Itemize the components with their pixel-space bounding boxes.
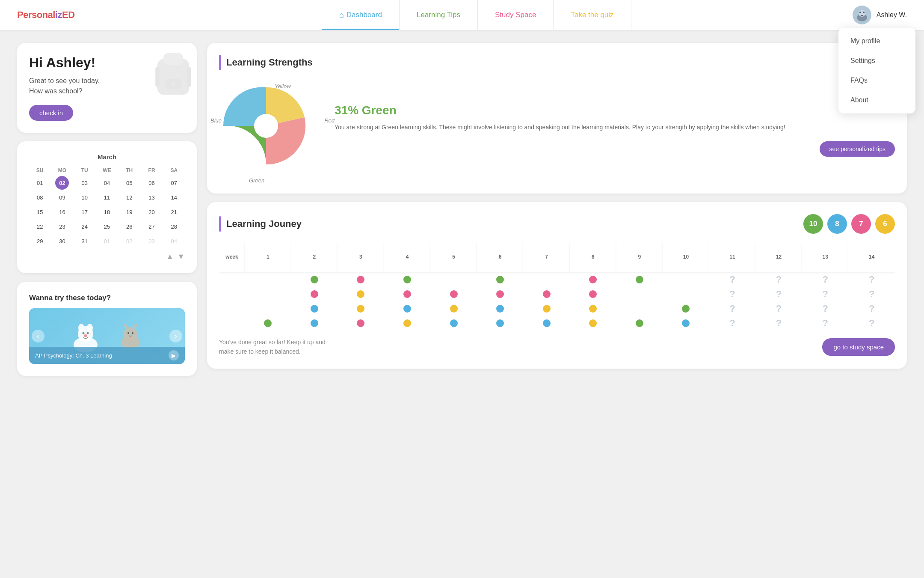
avatar: [853, 6, 871, 24]
cal-day-28[interactable]: 28: [167, 220, 181, 233]
dropdown-settings[interactable]: Settings: [838, 51, 915, 71]
svg-point-17: [84, 334, 87, 337]
cal-day-21[interactable]: 21: [167, 205, 181, 219]
r3w9: [616, 301, 663, 316]
learning-strengths-card: Learning Strengths: [207, 43, 907, 194]
cal-day-18[interactable]: 18: [100, 205, 114, 219]
r4w11: ?: [709, 316, 756, 331]
r1w9: [616, 272, 663, 287]
cal-day-23[interactable]: 23: [55, 220, 69, 233]
cal-day-26[interactable]: 26: [122, 220, 136, 233]
try-prev-button[interactable]: ‹: [32, 330, 44, 343]
nav-learning-tips[interactable]: Learning Tips: [400, 0, 478, 30]
cal-day-01[interactable]: 01: [33, 176, 47, 190]
dropdown-my-profile[interactable]: My profile: [838, 31, 915, 51]
see-tips-button[interactable]: see personalized tips: [820, 141, 895, 157]
r4w9: [616, 316, 663, 331]
dropdown-about[interactable]: About: [838, 90, 915, 110]
cal-day-16[interactable]: 16: [55, 205, 69, 219]
journey-grid-container: week 1 2 3 4 5 6 7 8 9 10 11 12 13 14: [219, 242, 895, 331]
cal-day-12[interactable]: 12: [122, 191, 136, 204]
nav-take-quiz[interactable]: Take the quiz: [554, 0, 631, 30]
cal-day-08[interactable]: 08: [33, 191, 47, 204]
cal-label-th: TH: [118, 166, 140, 175]
main-nav: ⌂ Dashboard Learning Tips Study Space Ta…: [101, 0, 853, 30]
user-menu-trigger[interactable]: Ashley W.: [853, 6, 907, 24]
cal-day-31[interactable]: 31: [78, 234, 92, 248]
r1w10: [663, 272, 709, 287]
cal-day-07[interactable]: 07: [167, 176, 181, 190]
r1w4: [384, 272, 431, 287]
nav-study-space[interactable]: Study Space: [478, 0, 554, 30]
cal-day-09[interactable]: 09: [55, 191, 69, 204]
cal-day-next-02[interactable]: 02: [122, 234, 136, 248]
r1w7: [523, 272, 570, 287]
r2w5: [430, 287, 477, 301]
week-11-label: 11: [709, 242, 756, 272]
r4w12: ?: [755, 316, 802, 331]
cal-day-11[interactable]: 11: [100, 191, 114, 204]
cal-day-05[interactable]: 05: [122, 176, 136, 190]
week-12-label: 12: [755, 242, 802, 272]
r2w11: ?: [709, 287, 756, 301]
week-5-label: 5: [430, 242, 477, 272]
r2w6: [477, 287, 524, 301]
r3w12: ?: [755, 301, 802, 316]
calendar-down-button[interactable]: ▼: [177, 252, 185, 261]
calendar-up-button[interactable]: ▲: [166, 252, 174, 261]
svg-rect-6: [163, 53, 183, 65]
cal-day-06[interactable]: 06: [145, 176, 159, 190]
week-1-label: 1: [245, 242, 291, 272]
svg-rect-8: [187, 67, 191, 86]
svg-point-3: [859, 12, 861, 13]
cal-day-10[interactable]: 10: [78, 191, 92, 204]
cal-day-03[interactable]: 03: [78, 176, 92, 190]
pie-svg: [219, 79, 313, 173]
cal-day-17[interactable]: 17: [78, 205, 92, 219]
r2w1: [245, 287, 291, 301]
journey-badges: 10 8 7 6: [803, 214, 895, 234]
pie-label-blue: Blue: [210, 117, 222, 124]
week-2-label: 2: [291, 242, 338, 272]
r2w3: [338, 287, 384, 301]
cal-day-14[interactable]: 14: [167, 191, 181, 204]
journey-title-bar: Learning Jouney: [219, 216, 302, 232]
r1w5: [430, 272, 477, 287]
app-logo: PersonalizED: [17, 9, 75, 21]
cal-day-29[interactable]: 29: [33, 234, 47, 248]
cal-label-tu: TU: [74, 166, 95, 175]
go-study-space-button[interactable]: go to study space: [822, 338, 895, 356]
dropdown-faqs[interactable]: FAQs: [838, 71, 915, 90]
r3w4: [384, 301, 431, 316]
cal-day-24[interactable]: 24: [78, 220, 92, 233]
r2w2: [291, 287, 338, 301]
r3w13: ?: [802, 301, 849, 316]
check-in-button[interactable]: check in: [29, 105, 73, 121]
r4w14: ?: [848, 316, 895, 331]
try-slide: AP Psychology: Ch. 3 Learning ▶: [29, 308, 185, 364]
cal-day-20[interactable]: 20: [145, 205, 159, 219]
cal-day-30[interactable]: 30: [55, 234, 69, 248]
cal-day-22[interactable]: 22: [33, 220, 47, 233]
cal-day-next-03[interactable]: 03: [145, 234, 159, 248]
pie-label-yellow: Yellow: [275, 83, 291, 89]
cal-day-15[interactable]: 15: [33, 205, 47, 219]
r3w5: [430, 301, 477, 316]
r4w7: [523, 316, 570, 331]
try-play-icon[interactable]: ▶: [169, 350, 179, 361]
nav-dashboard[interactable]: ⌂ Dashboard: [322, 0, 400, 30]
strengths-title-bar: Learning Strengths: [219, 55, 895, 70]
svg-point-19: [124, 327, 137, 341]
cal-day-next-01[interactable]: 01: [100, 234, 114, 248]
r1w1: [245, 272, 291, 287]
cal-day-next-04[interactable]: 04: [167, 234, 181, 248]
r4w3: [338, 316, 384, 331]
journey-header: Learning Jouney 10 8 7 6: [219, 214, 895, 234]
try-next-button[interactable]: ›: [169, 330, 182, 343]
cal-day-19[interactable]: 19: [122, 205, 136, 219]
cal-day-04[interactable]: 04: [100, 176, 114, 190]
cal-day-27[interactable]: 27: [145, 220, 159, 233]
cal-day-02-today[interactable]: 02: [55, 176, 69, 190]
cal-day-13[interactable]: 13: [145, 191, 159, 204]
cal-day-25[interactable]: 25: [100, 220, 114, 233]
